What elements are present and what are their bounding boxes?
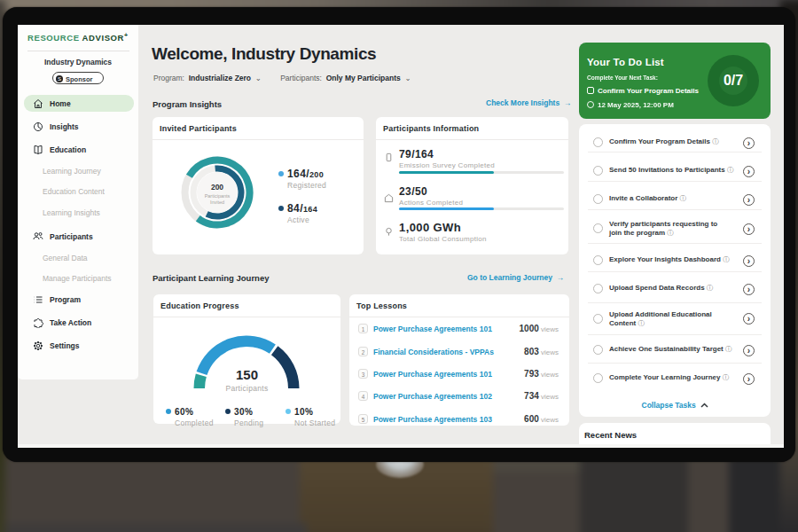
svg-text:0/7: 0/7 [724,73,743,88]
svg-text:200: 200 [211,183,223,192]
svg-text:Invited: Invited [210,200,224,205]
svg-text:Participants: Participants [205,193,231,199]
